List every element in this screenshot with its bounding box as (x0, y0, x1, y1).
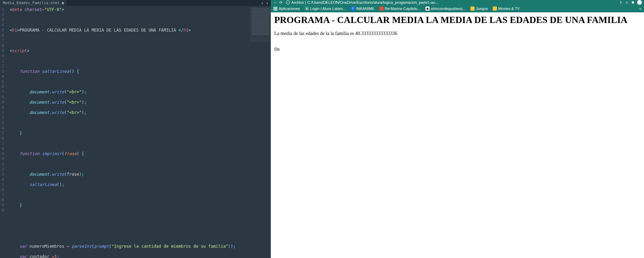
info-icon[interactable]: i (286, 0, 290, 4)
tab-bar: Media_Edades_Familia.html + ▾ (0, 0, 271, 6)
bookmark-remarina[interactable]: Re:Marina Capítulo... (379, 7, 421, 11)
bookmark-rincon[interactable]: ◉elrincondegustavoj... (425, 7, 466, 11)
folder-icon (470, 7, 475, 11)
forward-icon[interactable]: → (273, 0, 277, 4)
editor-pane: Media_Edades_Familia.html + ▾ 1234567890… (0, 0, 271, 258)
browser-pane: → ⟳ i Archivo | C:/Users/DELEON/OneDrive… (271, 0, 644, 258)
site-icon: ◉ (425, 7, 430, 11)
page-heading: PROGRAMA - CALCULAR MEDIA LA MEDIA DE LA… (274, 15, 641, 25)
tab-bar-actions: + ▾ (261, 0, 271, 6)
apps-icon (274, 7, 277, 11)
browser-toolbar: → ⟳ i Archivo | C:/Users/DELEON/OneDrive… (271, 0, 644, 5)
file-tab[interactable]: Media_Edades_Familia.html (0, 0, 67, 6)
fin-text: fin (274, 47, 641, 52)
apps-button[interactable]: Aplicaciones (274, 7, 300, 11)
editor-body[interactable]: 1234567890123456789012345678901234567890… (0, 6, 271, 258)
facebook-icon: f (351, 7, 355, 11)
alura-icon: a (305, 7, 309, 11)
bookmark-movies[interactable]: Movies & TV (493, 7, 520, 11)
page-content: PROGRAMA - CALCULAR MEDIA LA MEDIA DE LA… (271, 12, 644, 258)
bookmark-juegos[interactable]: Juegos (470, 7, 488, 11)
reload-icon[interactable]: ⟳ (279, 0, 282, 5)
star-icon[interactable]: ☆ (625, 0, 629, 5)
bookmark-inkanime[interactable]: fINKANIME (351, 7, 375, 11)
share-icon[interactable]: ⇪ (619, 0, 622, 5)
minimap[interactable] (250, 7, 271, 42)
site-icon (379, 7, 384, 11)
tab-title: Media_Edades_Familia.html (3, 1, 60, 5)
tab-menu-icon[interactable]: ▾ (266, 0, 269, 6)
avatar-icon[interactable] (637, 0, 642, 5)
result-text: La media de las edades de la la familia … (274, 31, 641, 36)
bookmark-bar: Aplicaciones aLogin | Alura Latam... fIN… (271, 5, 644, 12)
new-tab-icon[interactable]: + (261, 0, 264, 6)
address-bar[interactable]: i Archivo | C:/Users/DELEON/OneDrive/Esc… (286, 0, 616, 4)
folder-icon (493, 7, 497, 11)
bookmark-login[interactable]: aLogin | Alura Latam... (305, 7, 346, 11)
url-text: C:/Users/DELEON/OneDrive/Escritorio/alur… (308, 0, 438, 4)
bookmark-overflow-icon[interactable]: » (639, 7, 641, 11)
code-area[interactable]: <meta charset="UTF-8"> <h1>PROGRAMA - CA… (5, 6, 271, 258)
url-prefix: Archivo | (291, 0, 306, 4)
line-gutter: 1234567890123456789012345678901234567890 (0, 6, 5, 258)
extension-icon[interactable]: ✱ (631, 0, 634, 5)
dirty-indicator-icon (62, 2, 64, 4)
